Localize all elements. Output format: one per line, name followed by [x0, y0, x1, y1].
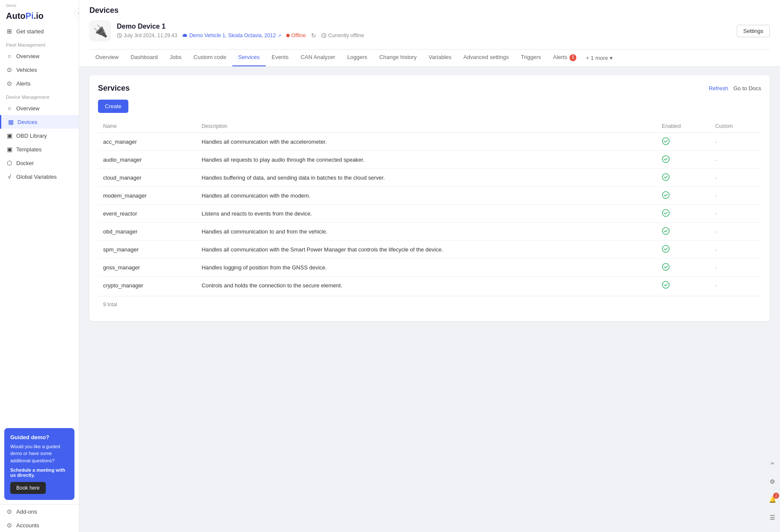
service-enabled: [657, 133, 710, 151]
tab-dashboard[interactable]: Dashboard: [125, 50, 164, 66]
sidebar-item-label: OBD Library: [16, 133, 47, 139]
sidebar: Demo AutoPi.io ‹ ⊞ Get started Fleet Man…: [0, 0, 79, 532]
service-custom: -: [710, 204, 761, 222]
offline-clock-icon: [321, 33, 326, 38]
service-name: gnss_manager: [98, 258, 196, 276]
service-name: obd_manager: [98, 222, 196, 240]
col-description: Description: [196, 120, 657, 133]
tab-overview[interactable]: Overview: [89, 50, 125, 66]
sidebar-item-label: Overview: [16, 53, 39, 59]
notifications-badge: 2: [773, 493, 779, 499]
list-icon-button[interactable]: ☰: [766, 511, 778, 523]
sidebar-item-overview-fleet[interactable]: ○ Overview: [0, 49, 79, 63]
tab-alerts[interactable]: Alerts 5: [547, 50, 583, 66]
guided-demo-title: Guided demo?: [10, 434, 68, 440]
page-title: Devices: [89, 6, 770, 15]
svg-point-11: [662, 263, 669, 270]
service-description: Controls and holds the connection to the…: [196, 276, 657, 294]
right-icons-panel: ⌨ ⚙ 🔔 2 ☰: [765, 0, 780, 532]
table-row: gnss_managerHandles logging of position …: [98, 258, 761, 276]
tab-loggers[interactable]: Loggers: [341, 50, 373, 66]
svg-point-5: [662, 156, 669, 163]
sidebar-item-devices[interactable]: ▦ Devices: [0, 115, 79, 129]
circle-icon: ○: [6, 53, 13, 59]
service-description: Handles all communication with the modem…: [196, 186, 657, 204]
service-custom: -: [710, 168, 761, 186]
demo-badge: Demo: [6, 3, 16, 8]
tab-events[interactable]: Events: [266, 50, 295, 66]
page-header: Devices 🔌 Demo Device 1 July 3rd 2024, 1…: [79, 0, 780, 67]
service-name: cloud_manager: [98, 168, 196, 186]
sidebar-item-alerts[interactable]: ⊙ Alerts: [0, 77, 79, 90]
go-to-docs-button[interactable]: Go to Docs: [733, 85, 761, 92]
sidebar-item-label: Add-ons: [16, 508, 37, 515]
sidebar-item-label: Overview: [16, 105, 39, 112]
service-custom: -: [710, 151, 761, 168]
service-enabled: [657, 240, 710, 258]
terminal-button[interactable]: ⌨: [766, 458, 778, 470]
tab-services[interactable]: Services: [232, 50, 266, 66]
sidebar-item-add-ons[interactable]: ⊙ Add-ons: [0, 505, 79, 518]
services-header: Services Refresh Go to Docs: [98, 84, 761, 93]
svg-point-7: [662, 192, 669, 198]
sidebar-item-label: Templates: [16, 146, 42, 153]
obd-icon: ▣: [6, 132, 13, 139]
service-custom: -: [710, 133, 761, 151]
service-description: Handles logging of position from the GNS…: [196, 258, 657, 276]
main-content: Devices 🔌 Demo Device 1 July 3rd 2024, 1…: [79, 0, 780, 532]
sidebar-item-global-variables[interactable]: √ Global Variables: [0, 170, 79, 183]
sidebar-item-overview-device[interactable]: ○ Overview: [0, 101, 79, 115]
service-description: Listens and reacts to events from the de…: [196, 204, 657, 222]
device-time: July 3rd 2024, 11:29:43: [117, 33, 177, 38]
gear-icon: ⚙: [770, 478, 775, 485]
services-total: 9 total: [98, 296, 761, 313]
book-here-button[interactable]: Book here: [10, 482, 46, 494]
sidebar-item-vehicles[interactable]: ⊙ Vehicles: [0, 63, 79, 77]
table-header: Name Description Enabled Custom: [98, 120, 761, 133]
service-custom: -: [710, 222, 761, 240]
tab-custom-code[interactable]: Custom code: [187, 50, 232, 66]
col-name: Name: [98, 120, 196, 133]
tab-more[interactable]: + 1 more ▾: [582, 50, 616, 66]
service-enabled: [657, 186, 710, 204]
table-row: event_reactorListens and reacts to event…: [98, 204, 761, 222]
grid-icon: ⊞: [6, 28, 13, 35]
refresh-status-icon[interactable]: ↻: [311, 32, 316, 39]
services-card: Services Refresh Go to Docs Create Name …: [89, 75, 770, 321]
tab-variables[interactable]: Variables: [423, 50, 457, 66]
sidebar-item-get-started[interactable]: ⊞ Get started: [0, 24, 79, 38]
device-info: Demo Device 1 July 3rd 2024, 11:29:43 De…: [117, 23, 731, 39]
service-enabled: [657, 222, 710, 240]
service-name: audio_manager: [98, 151, 196, 168]
tab-can-analyzer[interactable]: CAN Analyzer: [294, 50, 341, 66]
notifications-button[interactable]: 🔔 2: [766, 494, 778, 505]
sidebar-item-accounts[interactable]: ⊙ Accounts: [0, 518, 79, 532]
sidebar-item-label: Vehicles: [16, 67, 37, 73]
settings-gear-button[interactable]: ⚙: [766, 476, 778, 488]
status-dot: [286, 34, 290, 37]
clock-icon: [117, 33, 122, 38]
tab-triggers[interactable]: Triggers: [515, 50, 547, 66]
sidebar-item-label: Alerts: [16, 80, 30, 87]
device-vehicle-link[interactable]: Demo Vehicle 1, Skoda Octavia, 2012 ↗: [182, 33, 281, 38]
variables-icon: √: [6, 173, 13, 180]
sidebar-item-docker[interactable]: ⬡ Docker: [0, 156, 79, 170]
create-button[interactable]: Create: [98, 100, 128, 113]
service-name: modem_manager: [98, 186, 196, 204]
fleet-management-label: Fleet Management: [0, 38, 79, 49]
alert-icon: ⊙: [6, 80, 13, 87]
service-name: spm_manager: [98, 240, 196, 258]
service-custom: -: [710, 240, 761, 258]
service-name: acc_manager: [98, 133, 196, 151]
tab-advanced-settings[interactable]: Advanced settings: [457, 50, 515, 66]
refresh-button[interactable]: Refresh: [709, 85, 728, 92]
service-enabled: [657, 151, 710, 168]
sidebar-item-templates[interactable]: ▣ Templates: [0, 142, 79, 156]
guided-demo-description: Would you like a guided demo or have som…: [10, 443, 68, 464]
tab-change-history[interactable]: Change history: [373, 50, 422, 66]
table-row: audio_managerHandles all requests to pla…: [98, 151, 761, 168]
services-actions: Refresh Go to Docs: [709, 85, 761, 92]
table-row: obd_managerHandles all communication to …: [98, 222, 761, 240]
tab-jobs[interactable]: Jobs: [164, 50, 187, 66]
sidebar-item-obd-library[interactable]: ▣ OBD Library: [0, 129, 79, 142]
